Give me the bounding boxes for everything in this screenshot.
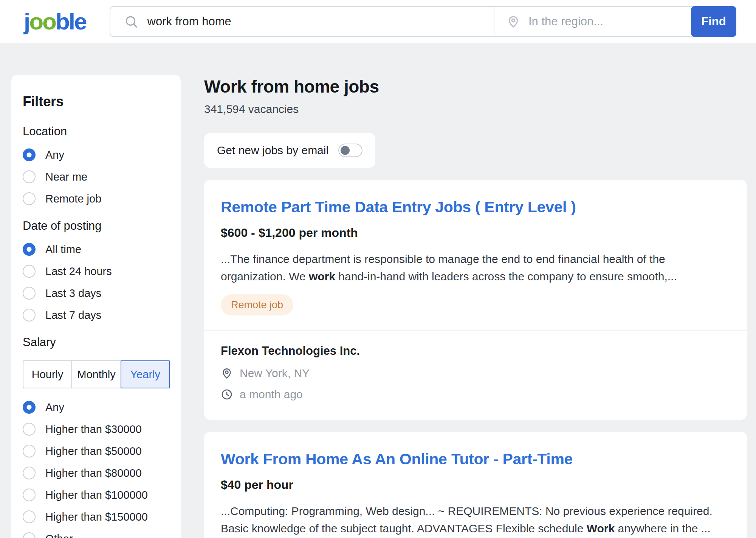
radio-location-remote-job[interactable]: Remote job <box>23 192 169 206</box>
job-description-text: hand-in-hand with leaders across the com… <box>335 270 677 283</box>
logo-part-j: j <box>24 8 29 34</box>
radio-selected-icon <box>23 148 36 161</box>
radio-icon <box>23 467 36 479</box>
radio-label: Last 24 hours <box>45 265 112 278</box>
email-subscription-toggle[interactable] <box>338 144 363 157</box>
radio-selected-icon <box>23 401 36 414</box>
radio-location-any[interactable]: Any <box>23 148 169 162</box>
radio-label: Remote job <box>45 193 101 205</box>
salary-section-title: Salary <box>23 335 169 349</box>
search-input[interactable] <box>147 15 494 28</box>
job-salary: $40 per hour <box>221 478 730 492</box>
logo-part-oo: oo <box>29 8 56 34</box>
radio-label: All time <box>45 243 81 256</box>
radio-label: Near me <box>45 171 87 183</box>
radio-salary-other[interactable]: Other <box>23 532 169 538</box>
company-name: Flexon Technologies Inc. <box>221 344 730 358</box>
radio-icon <box>23 445 36 458</box>
header: jooble Find <box>0 0 756 43</box>
radio-salary-higher-100000[interactable]: Higher than $100000 <box>23 488 169 502</box>
radio-label: Last 3 days <box>45 287 101 300</box>
radio-label: Other <box>45 533 73 538</box>
job-description-highlight: Work <box>587 522 615 535</box>
radio-icon <box>23 170 36 183</box>
job-salary: $600 - $1,200 per month <box>221 226 730 240</box>
radio-salary-higher-50000[interactable]: Higher than $50000 <box>23 444 169 458</box>
toggle-knob <box>341 146 350 155</box>
location-pin-icon <box>507 15 520 28</box>
job-description-text: anywhere in the ... <box>615 522 710 535</box>
region-input[interactable] <box>528 15 691 28</box>
search-bar: Find <box>110 6 736 37</box>
job-location: New York, NY <box>240 367 310 380</box>
search-query-section <box>110 7 494 36</box>
job-description-highlight: work <box>309 270 335 283</box>
job-title-link[interactable]: Work From Home As An Online Tutor - Part… <box>221 449 730 469</box>
radio-selected-icon <box>23 243 36 256</box>
radio-location-near-me[interactable]: Near me <box>23 170 169 184</box>
filters-title: Filters <box>23 94 169 110</box>
radio-date-last-3-days[interactable]: Last 3 days <box>23 286 169 300</box>
radio-icon <box>23 423 36 436</box>
remote-job-tag: Remote job <box>221 294 293 315</box>
tab-hourly[interactable]: Hourly <box>23 360 72 388</box>
search-icon <box>124 14 138 29</box>
radio-salary-higher-30000[interactable]: Higher than $30000 <box>23 422 169 436</box>
logo-part-ble: ble <box>56 8 86 34</box>
radio-salary-any[interactable]: Any <box>23 400 169 414</box>
radio-label: Higher than $150000 <box>45 511 148 523</box>
email-subscription-card: Get new jobs by email <box>204 133 375 168</box>
job-company-block: Flexon Technologies Inc. New York, NY a … <box>221 331 730 420</box>
jooble-logo[interactable]: jooble <box>24 10 86 33</box>
radio-label: Any <box>45 149 64 161</box>
radio-label: Last 7 days <box>45 309 101 322</box>
radio-salary-higher-150000[interactable]: Higher than $150000 <box>23 510 169 524</box>
job-location-row: New York, NY <box>221 367 730 380</box>
radio-date-all-time[interactable]: All time <box>23 243 169 256</box>
radio-date-last-7-days[interactable]: Last 7 days <box>23 308 169 322</box>
radio-icon <box>23 510 36 523</box>
job-description: ...Computing: Programming, Web design...… <box>221 502 730 537</box>
date-section-title: Date of posting <box>23 219 169 233</box>
clock-icon <box>221 388 233 400</box>
radio-label: Higher than $100000 <box>45 489 148 501</box>
radio-label: Higher than $30000 <box>45 423 142 436</box>
salary-period-tabs: Hourly Monthly Yearly <box>23 360 170 388</box>
find-button[interactable]: Find <box>691 6 736 37</box>
radio-icon <box>23 192 36 205</box>
radio-date-last-24-hours[interactable]: Last 24 hours <box>23 264 169 278</box>
filters-panel: Filters Location Any Near me Remote job … <box>11 75 181 538</box>
tab-monthly[interactable]: Monthly <box>71 360 121 388</box>
page-title: Work from home jobs <box>204 76 747 97</box>
radio-salary-higher-80000[interactable]: Higher than $80000 <box>23 466 169 480</box>
job-card: Remote Part Time Data Entry Jobs ( Entry… <box>204 180 747 420</box>
radio-icon <box>23 532 36 538</box>
radio-label: Higher than $80000 <box>45 467 142 479</box>
location-section-title: Location <box>23 125 169 138</box>
radio-icon <box>23 489 36 501</box>
radio-label: Higher than $50000 <box>45 445 142 458</box>
radio-icon <box>23 309 36 322</box>
page-content: Filters Location Any Near me Remote job … <box>0 43 756 538</box>
vacancies-count: 341,594 vacancies <box>204 103 747 116</box>
radio-icon <box>23 287 36 300</box>
job-description: ...The finance department is responsible… <box>221 250 730 285</box>
radio-icon <box>23 265 36 278</box>
job-card: Work From Home As An Online Tutor - Part… <box>204 432 747 538</box>
radio-label: Any <box>45 401 64 414</box>
job-title-link[interactable]: Remote Part Time Data Entry Jobs ( Entry… <box>221 197 730 217</box>
region-section <box>494 7 691 36</box>
job-posted-row: a month ago <box>221 388 730 401</box>
job-posted: a month ago <box>240 388 303 401</box>
email-subscription-label: Get new jobs by email <box>217 144 328 157</box>
results-column: Work from home jobs 341,594 vacancies Ge… <box>204 75 747 538</box>
tab-yearly[interactable]: Yearly <box>121 360 170 388</box>
location-pin-icon <box>221 367 233 379</box>
